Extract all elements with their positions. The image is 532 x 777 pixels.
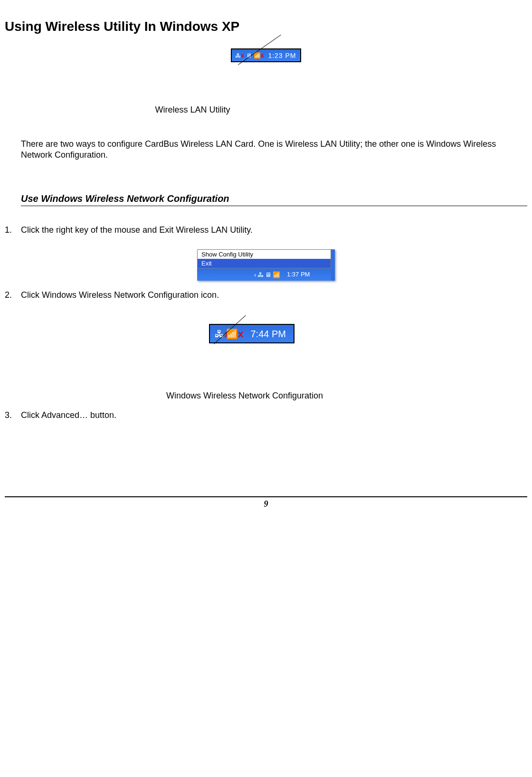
menu-item-exit[interactable]: Exit bbox=[198, 259, 331, 268]
step-text: Click the right key of the mouse and Exi… bbox=[21, 225, 253, 235]
systray-time-1: 1:23 PM bbox=[268, 52, 296, 59]
systray-time-3: 7:44 PM bbox=[251, 329, 286, 339]
wireless-disconnected-icon: 📶 bbox=[273, 270, 280, 280]
page-number: 9 bbox=[264, 499, 268, 509]
step-number: 3. bbox=[5, 410, 21, 420]
systray-figure-3: 🖧x 📶x 7:44 PM bbox=[209, 324, 294, 343]
network-disconnected-icon: 🖧 bbox=[257, 270, 264, 280]
context-menu-figure: Show Config Utility Exit ‹ 🖧 🖥 📶 1:37 PM bbox=[197, 249, 335, 281]
systray-figure-1: 🖧x 🖥 📶x 1:23 PM bbox=[231, 48, 301, 62]
step-text: Click Advanced… button. bbox=[21, 410, 116, 420]
intro-paragraph: There are two ways to configure CardBus … bbox=[21, 139, 527, 160]
chevron-icon: ‹ bbox=[254, 270, 256, 280]
page-title: Using Wireless Utility In Windows XP bbox=[5, 19, 527, 34]
device-icon: 🖥 bbox=[265, 270, 271, 280]
wireless-disconnected-icon: 📶x bbox=[230, 329, 239, 339]
network-disconnected-icon: 🖧x bbox=[236, 52, 243, 59]
step-number: 1. bbox=[5, 225, 21, 235]
wireless-disconnected-icon: 📶x bbox=[255, 52, 262, 59]
section-heading: Use Windows Wireless Network Configurati… bbox=[21, 193, 527, 206]
page-footer: 9 bbox=[5, 496, 527, 509]
step-text: Click Windows Wireless Network Configura… bbox=[21, 290, 219, 300]
callout-label-2: Windows Wireless Network Configuration bbox=[166, 391, 323, 401]
menu-item-show-config[interactable]: Show Config Utility bbox=[198, 250, 331, 259]
callout-label-1: Wireless LAN Utility bbox=[155, 105, 301, 115]
systray-time-2: 1:37 PM bbox=[287, 271, 310, 278]
step-number: 2. bbox=[5, 290, 21, 300]
